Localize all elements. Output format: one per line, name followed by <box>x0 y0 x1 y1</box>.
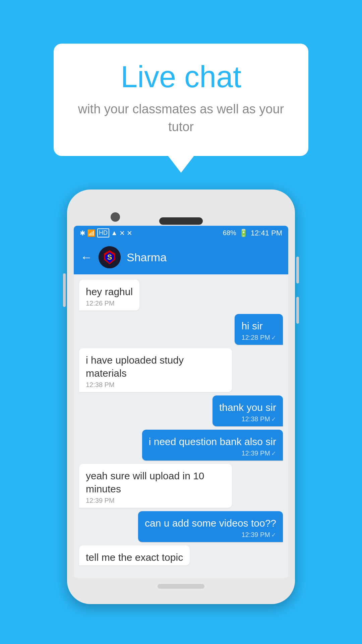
bluetooth-icon: ✱ <box>80 229 85 237</box>
volume-button-left <box>63 273 66 307</box>
contact-name: Sharma <box>127 251 167 264</box>
message-time: 12:26 PM <box>86 300 133 307</box>
message-text: i need question bank also sir <box>149 435 276 448</box>
message-5: i need question bank also sir 12:39 PM ✓ <box>142 430 283 461</box>
message-time: 12:39 PM <box>86 497 225 504</box>
wifi-icon: ▲ <box>111 229 118 237</box>
message-text: thank you sir <box>219 401 276 414</box>
message-text: hi sir <box>241 319 276 332</box>
message-3: i have uploaded study materials 12:38 PM <box>79 348 232 392</box>
avatar: S <box>99 246 121 268</box>
phone-mockup: ✱ 📶 HD ▲ ✕ ✕ 68% 🔋 12:41 PM ← <box>67 190 295 604</box>
check-icon: ✓ <box>271 450 276 457</box>
message-7: can u add some videos too?? 12:39 PM ✓ <box>138 511 283 542</box>
battery-icon: 🔋 <box>239 229 248 237</box>
time-check: 12:38 PM ✓ <box>241 415 276 423</box>
volume-button-right <box>296 297 299 324</box>
chat-header: ← S Sharma <box>74 240 288 274</box>
phone-earpiece <box>159 217 203 225</box>
bubble-title: Live chat <box>77 60 285 94</box>
phone-screen: ✱ 📶 HD ▲ ✕ ✕ 68% 🔋 12:41 PM ← <box>74 226 288 578</box>
check-icon: ✓ <box>271 416 276 423</box>
power-button <box>296 257 299 283</box>
bubble-subtitle: with your classmates as well as your tut… <box>77 100 285 136</box>
message-text: yeah sure will upload in 10 minutes <box>86 469 225 495</box>
signal-icon: 📶 <box>87 229 96 237</box>
message-1: hey raghul 12:26 PM <box>79 280 139 311</box>
phone-camera <box>111 212 120 222</box>
message-text: tell me the exact topic <box>86 551 183 564</box>
message-6: yeah sure will upload in 10 minutes 12:3… <box>79 464 232 508</box>
messages-container: hey raghul 12:26 PM hi sir 12:28 PM ✓ i … <box>74 274 288 571</box>
battery-percent: 68% <box>223 229 236 237</box>
speech-bubble: Live chat with your classmates as well a… <box>54 44 308 156</box>
check-icon: ✓ <box>271 334 276 341</box>
data-icon: ✕ <box>127 229 132 237</box>
check-icon: ✓ <box>271 531 276 539</box>
time-check: 12:39 PM ✓ <box>241 449 276 457</box>
status-icons: ✱ 📶 HD ▲ ✕ ✕ <box>80 228 132 237</box>
status-bar: ✱ 📶 HD ▲ ✕ ✕ 68% 🔋 12:41 PM <box>74 226 288 240</box>
back-button[interactable]: ← <box>80 251 93 263</box>
message-8: tell me the exact topic <box>79 545 190 566</box>
message-time: 12:38 PM <box>86 381 225 389</box>
message-time: 12:28 PM ✓ <box>241 334 276 341</box>
message-4: thank you sir 12:38 PM ✓ <box>213 395 283 426</box>
message-2: hi sir 12:28 PM ✓ <box>235 314 283 345</box>
message-text: hey raghul <box>86 285 133 298</box>
message-text: can u add some videos too?? <box>145 517 276 530</box>
hd-icon: HD <box>97 228 109 237</box>
phone-outer: ✱ 📶 HD ▲ ✕ ✕ 68% 🔋 12:41 PM ← <box>67 190 295 604</box>
message-time: 12:39 PM ✓ <box>145 531 276 539</box>
svg-text:S: S <box>107 253 112 261</box>
bottom-speaker <box>158 584 204 589</box>
network-icon: ✕ <box>119 229 125 237</box>
message-text: i have uploaded study materials <box>86 354 225 380</box>
message-time: 12:39 PM ✓ <box>149 449 276 457</box>
phone-top <box>74 199 288 226</box>
time-check: 12:39 PM ✓ <box>241 531 276 539</box>
message-time: 12:38 PM ✓ <box>219 415 276 423</box>
time-check: 12:28 PM ✓ <box>241 334 276 341</box>
status-time: 12:41 PM <box>251 229 282 237</box>
